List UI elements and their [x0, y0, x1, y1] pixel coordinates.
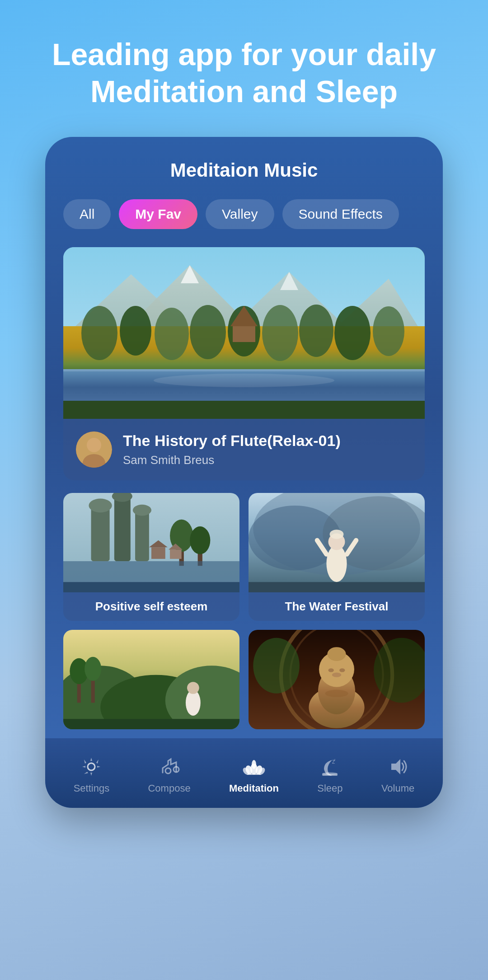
svg-point-16 [373, 306, 404, 356]
svg-point-51 [330, 530, 344, 539]
grid-item-buddha[interactable] [249, 630, 425, 729]
grid-image-nature [63, 630, 239, 729]
svg-point-67 [253, 638, 300, 694]
svg-point-30 [89, 499, 112, 513]
featured-card[interactable]: The History of Flute(Relax-01) Sam Smith… [63, 247, 425, 480]
featured-image [63, 247, 425, 419]
hero-line1: Leading app for your daily [52, 37, 436, 71]
svg-point-73 [339, 669, 345, 672]
nav-label-settings: Settings [74, 783, 110, 794]
hero-line2: Meditation and Sleep [90, 74, 398, 108]
svg-rect-52 [249, 582, 425, 592]
hero-section: Leading app for your daily Meditation an… [25, 0, 463, 137]
svg-point-15 [334, 306, 371, 360]
featured-info: The History of Flute(Relax-01) Sam Smith… [63, 419, 425, 480]
svg-rect-63 [63, 719, 239, 729]
grid-image-buddha [249, 630, 425, 729]
grid-row-2 [63, 630, 425, 729]
svg-point-13 [262, 305, 298, 361]
svg-rect-28 [114, 497, 131, 562]
nav-label-compose: Compose [148, 783, 190, 794]
svg-text:z: z [334, 758, 336, 761]
app-card: Meditaion Music All My Fav Valley Sound … [45, 137, 443, 808]
svg-point-14 [299, 305, 333, 357]
svg-point-9 [120, 306, 151, 356]
svg-point-91 [322, 772, 338, 775]
svg-point-78 [88, 763, 95, 770]
svg-rect-37 [63, 561, 239, 584]
grid-label-water: The Water Festival [249, 592, 425, 621]
svg-rect-22 [63, 401, 425, 419]
svg-point-72 [328, 669, 334, 672]
grid-image-valley [63, 493, 239, 592]
svg-point-21 [154, 374, 334, 387]
svg-point-47 [326, 545, 347, 582]
svg-point-62 [187, 682, 199, 694]
svg-point-32 [133, 505, 151, 516]
svg-rect-20 [63, 369, 425, 371]
nav-item-sleep[interactable]: Z z Sleep [308, 751, 352, 799]
svg-marker-92 [391, 759, 400, 774]
svg-point-79 [165, 768, 171, 774]
tab-soundeffects[interactable]: Sound Effects [282, 199, 399, 229]
featured-text: The History of Flute(Relax-01) Sam Smith… [123, 432, 412, 467]
grid-item-positive[interactable]: Positive self esteem [63, 493, 239, 621]
svg-point-8 [81, 306, 117, 360]
tab-all[interactable]: All [63, 199, 111, 229]
grid-item-water[interactable]: The Water Festival [249, 493, 425, 621]
grid-image-yoga [249, 493, 425, 592]
nav-label-meditation: Meditation [229, 783, 279, 794]
tab-bar: All My Fav Valley Sound Effects [63, 199, 425, 229]
svg-point-36 [190, 526, 210, 554]
svg-rect-38 [63, 582, 239, 592]
avatar [76, 431, 112, 468]
svg-point-10 [155, 308, 189, 360]
svg-rect-18 [233, 326, 255, 342]
svg-rect-87 [247, 774, 261, 775]
svg-point-11 [190, 305, 226, 359]
featured-artist: Sam Smith Breus [123, 453, 412, 467]
grid-row-1: Positive self esteem [63, 493, 425, 621]
tab-valley[interactable]: Valley [206, 199, 274, 229]
hero-text: Leading app for your daily Meditation an… [25, 36, 463, 110]
bottom-nav: Settings Compose Medit [45, 738, 443, 808]
svg-point-24 [87, 438, 101, 452]
nav-label-sleep: Sleep [317, 783, 343, 794]
nav-item-settings[interactable]: Settings [65, 751, 119, 799]
svg-rect-41 [170, 550, 182, 559]
svg-rect-39 [151, 547, 165, 559]
tab-myfav[interactable]: My Fav [119, 199, 197, 229]
featured-title: The History of Flute(Relax-01) [123, 432, 412, 450]
svg-point-76 [325, 690, 348, 697]
nav-item-volume[interactable]: Volume [372, 751, 423, 799]
svg-rect-29 [135, 510, 149, 561]
grid-item-nature[interactable] [63, 630, 239, 729]
app-title: Meditaion Music [63, 159, 425, 181]
svg-rect-27 [91, 506, 110, 561]
nav-item-compose[interactable]: Compose [139, 751, 199, 799]
svg-point-75 [327, 647, 346, 661]
svg-point-60 [84, 657, 101, 681]
nav-item-meditation[interactable]: Meditation [220, 751, 288, 799]
svg-point-86 [252, 760, 256, 769]
grid-label-positive: Positive self esteem [63, 592, 239, 621]
nav-label-volume: Volume [381, 783, 414, 794]
svg-point-74 [332, 673, 342, 677]
